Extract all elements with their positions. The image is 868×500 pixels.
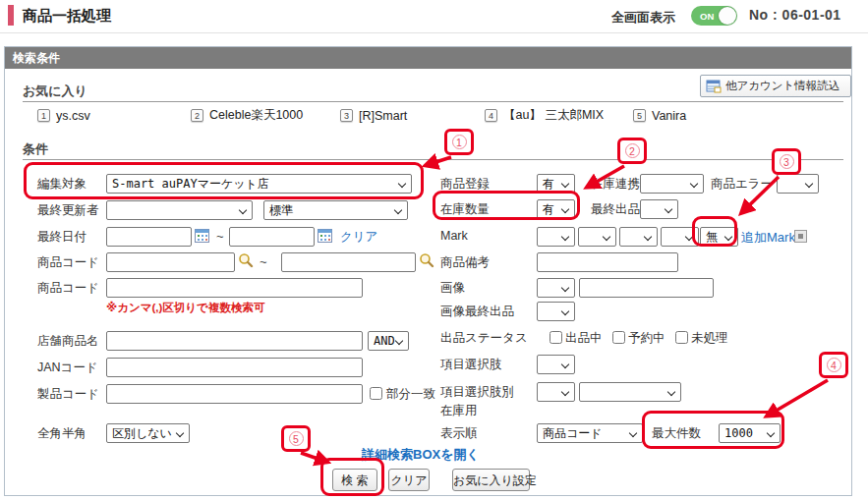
- item-choice-stock-label2: 在庫用: [440, 403, 478, 419]
- conditions-divider: [23, 159, 843, 160]
- annotation-badge-2: 2: [617, 138, 647, 164]
- stock-link-label: 在庫連携: [591, 176, 640, 193]
- mark-select-5[interactable]: 無: [700, 227, 738, 247]
- favorite-item-5[interactable]: 5 Vanira: [633, 108, 686, 123]
- last-updater-select[interactable]: [106, 200, 253, 220]
- fullscreen-toggle[interactable]: ON: [691, 6, 737, 26]
- panel-title: 検索条件: [5, 47, 851, 69]
- image-label: 画像: [440, 280, 465, 297]
- item-code-list-input[interactable]: [106, 278, 363, 298]
- toggle-on-label: ON: [700, 11, 714, 22]
- add-mark-link[interactable]: 追加Mark: [741, 229, 795, 247]
- annotation-number: 5: [289, 431, 304, 446]
- image-select[interactable]: [537, 278, 575, 298]
- toggle-knob: [719, 7, 736, 25]
- page-title: 商品一括処理: [23, 7, 111, 26]
- last-date-from-input[interactable]: [106, 227, 192, 247]
- mark-select-2[interactable]: [578, 227, 616, 247]
- annotation-number: 2: [625, 143, 640, 158]
- status-unprocessed-label: 未処理: [691, 330, 728, 347]
- annotation-badge-1: 1: [444, 129, 474, 155]
- favorite-label: ys.csv: [56, 109, 90, 123]
- header-divider: [0, 32, 868, 33]
- max-count-select[interactable]: 1000: [719, 423, 781, 443]
- favorite-settings-button[interactable]: お気に入り設定: [452, 469, 530, 491]
- status-unprocessed-checkbox[interactable]: [675, 331, 688, 344]
- add-mark-expand-icon[interactable]: [794, 230, 807, 243]
- char-width-label: 全角半角: [37, 425, 87, 442]
- product-code-label: 製品コード: [37, 386, 99, 403]
- mark-select-4[interactable]: [661, 227, 699, 247]
- product-code-input[interactable]: [106, 384, 363, 404]
- comma-separator-note: ※カンマ(,)区切りで複数検索可: [106, 301, 264, 315]
- last-date-to-input[interactable]: [229, 227, 315, 247]
- favorite-item-3[interactable]: 3 [R]Smart: [340, 108, 407, 123]
- favorite-number-badge: 5: [633, 109, 646, 122]
- favorite-label: 【au】 三太郎MIX: [503, 107, 604, 124]
- clear-button[interactable]: クリア: [388, 469, 430, 491]
- item-error-select[interactable]: [777, 174, 819, 194]
- calendar-icon[interactable]: [318, 228, 333, 244]
- updater-mode-select[interactable]: 標準: [263, 200, 408, 220]
- date-range-tilde: ~: [216, 229, 224, 244]
- char-width-select[interactable]: 区別しない: [106, 423, 190, 443]
- favorite-item-2[interactable]: 2 Celeble楽天1000: [191, 108, 303, 123]
- item-note-input[interactable]: [537, 252, 678, 272]
- sort-order-select[interactable]: 商品コード: [537, 423, 643, 443]
- date-clear-link[interactable]: クリア: [340, 229, 377, 246]
- status-listed-label: 出品中: [565, 330, 603, 347]
- last-updater-label: 最終更新者: [37, 202, 99, 219]
- item-choice-stock-select-1[interactable]: [537, 382, 575, 402]
- stock-link-select[interactable]: [640, 174, 704, 194]
- conditions-heading: 条件: [23, 140, 48, 158]
- image-last-listing-select[interactable]: [537, 302, 575, 321]
- item-code-to-input[interactable]: [281, 252, 416, 272]
- last-listing-select[interactable]: [640, 199, 678, 219]
- favorites-divider: [23, 101, 843, 102]
- sort-order-label: 表示順: [440, 425, 478, 442]
- favorite-item-4[interactable]: 4 【au】 三太郎MIX: [485, 108, 604, 123]
- status-reserved-checkbox[interactable]: [612, 331, 625, 344]
- favorite-number-badge: 4: [485, 109, 497, 122]
- search-lookup-icon[interactable]: [238, 252, 254, 268]
- last-listing-label: 最終出品: [591, 201, 640, 218]
- listing-status-label: 出品ステータス: [440, 330, 528, 347]
- status-listed-checkbox[interactable]: [550, 331, 562, 344]
- and-or-select[interactable]: AND: [368, 331, 409, 351]
- item-code-from-input[interactable]: [106, 252, 235, 272]
- mark-select-1[interactable]: [537, 227, 575, 247]
- edit-target-select[interactable]: S-mart auPAYマーケット店: [106, 174, 412, 194]
- load-other-account-label: 他アカウント情報読込: [725, 79, 839, 93]
- jan-code-label: JANコード: [37, 360, 98, 376]
- mark-label: Mark: [440, 229, 468, 243]
- max-count-label: 最大件数: [652, 425, 701, 442]
- search-button[interactable]: 検 索: [332, 469, 377, 491]
- favorite-number-badge: 1: [37, 109, 50, 122]
- favorite-number-badge: 2: [191, 109, 203, 122]
- fullscreen-label: 全画面表示: [611, 9, 675, 27]
- favorites-heading: お気に入り: [23, 83, 87, 100]
- search-conditions-panel: 検索条件 お気に入り 他アカウント情報読込 1 ys.csv 2 Celeble…: [4, 46, 852, 496]
- item-register-label: 商品登録: [440, 176, 490, 193]
- item-register-select[interactable]: 有: [537, 174, 575, 194]
- annotation-badge-3: 3: [772, 148, 801, 175]
- shop-item-name-input[interactable]: [106, 331, 363, 351]
- item-choice-select[interactable]: [537, 355, 575, 374]
- calendar-icon[interactable]: [195, 228, 210, 244]
- favorite-item-1[interactable]: 1 ys.csv: [37, 108, 90, 123]
- stock-qty-select[interactable]: 有: [537, 199, 575, 219]
- item-choice-stock-select-2[interactable]: [579, 382, 681, 402]
- item-note-label: 商品備考: [440, 254, 490, 271]
- item-choice-label: 項目選択肢: [440, 357, 502, 373]
- partial-match-checkbox[interactable]: [370, 387, 382, 400]
- search-lookup-icon[interactable]: [419, 252, 434, 268]
- load-other-account-button[interactable]: 他アカウント情報読込: [700, 75, 851, 97]
- jan-code-input[interactable]: [106, 358, 363, 377]
- annotation-number: 1: [452, 135, 467, 149]
- mark-select-3[interactable]: [619, 227, 658, 247]
- page-number: No : 06-01-01: [749, 7, 841, 23]
- annotation-number: 4: [827, 358, 841, 372]
- detail-search-link[interactable]: 詳細検索BOXを開く: [362, 446, 480, 464]
- item-choice-stock-label: 項目選択肢別: [440, 384, 514, 401]
- image-input[interactable]: [579, 278, 714, 298]
